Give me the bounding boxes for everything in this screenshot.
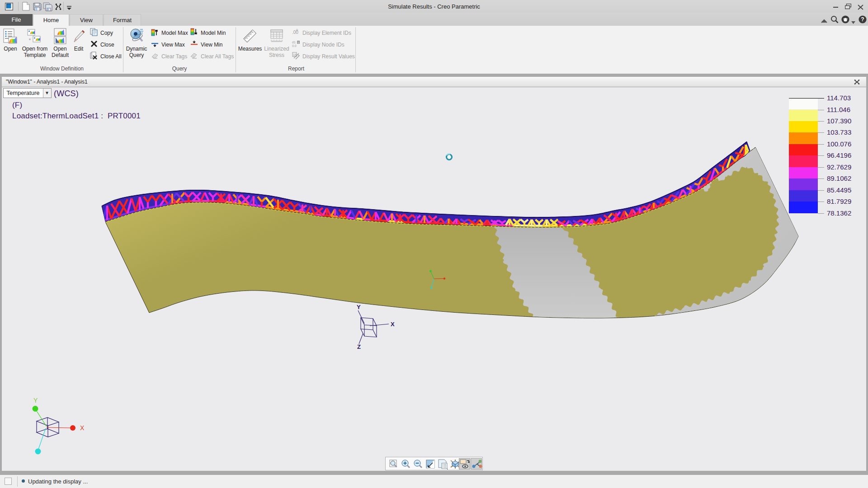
svg-text:Y: Y [357,304,361,310]
svg-text:X: X [391,321,395,328]
svg-text:?: ? [861,16,864,23]
svg-text:Z: Z [357,343,361,350]
svg-text:Y: Y [33,397,38,404]
svg-text:d1: d1 [292,41,296,44]
svg-text:0: 0 [296,28,298,32]
svg-text:0.0: 0.0 [292,44,297,47]
svg-text:X: X [80,424,85,432]
